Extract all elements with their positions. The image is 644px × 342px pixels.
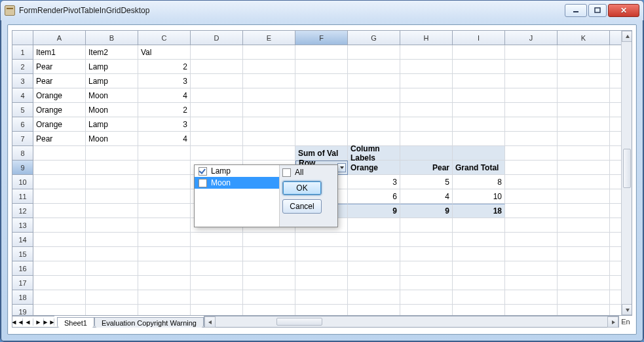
cell[interactable]: [505, 261, 558, 276]
scroll-down-icon[interactable]: [622, 304, 632, 315]
cell[interactable]: [453, 88, 505, 103]
cell[interactable]: [348, 60, 400, 74]
dropdown-icon[interactable]: [337, 163, 346, 172]
scroll-up-icon[interactable]: [622, 31, 632, 42]
cell[interactable]: [243, 88, 295, 103]
row-header-5[interactable]: 5: [12, 103, 33, 117]
cell[interactable]: [33, 247, 86, 261]
cell[interactable]: [191, 60, 243, 74]
cell[interactable]: [295, 74, 348, 88]
filter-item-moon[interactable]: Moon: [195, 177, 279, 189]
cell[interactable]: [295, 117, 348, 132]
cell[interactable]: [558, 88, 610, 103]
cell[interactable]: [86, 261, 138, 276]
cell[interactable]: [400, 88, 453, 103]
cell[interactable]: [558, 247, 610, 261]
cell[interactable]: [453, 261, 505, 276]
cell[interactable]: [86, 276, 138, 290]
sheet-nav[interactable]: ◄◄ ◄ ► ►►: [12, 316, 54, 328]
cell[interactable]: [400, 276, 453, 290]
cell[interactable]: [295, 132, 348, 146]
cell[interactable]: [33, 233, 86, 247]
cell[interactable]: Orange: [33, 88, 86, 103]
cell[interactable]: [558, 45, 610, 60]
cell[interactable]: [453, 45, 505, 60]
cell[interactable]: [505, 60, 558, 74]
cell[interactable]: [191, 146, 243, 161]
cell[interactable]: [295, 247, 348, 261]
cell[interactable]: [138, 261, 191, 276]
cell[interactable]: [138, 276, 191, 290]
cell[interactable]: [453, 103, 505, 117]
pivot-col-orange[interactable]: Orange: [348, 161, 400, 175]
cell[interactable]: [243, 103, 295, 117]
cell[interactable]: [33, 261, 86, 276]
cell[interactable]: [505, 132, 558, 146]
cell[interactable]: [558, 60, 610, 74]
cell[interactable]: [243, 45, 295, 60]
cell[interactable]: 2: [138, 60, 191, 74]
cell[interactable]: [505, 233, 558, 247]
cell[interactable]: [33, 146, 86, 161]
row-header-17[interactable]: 17: [12, 276, 33, 290]
cell[interactable]: [86, 204, 138, 218]
cell[interactable]: [558, 161, 610, 175]
cell[interactable]: [33, 218, 86, 233]
row-header-15[interactable]: 15: [12, 247, 33, 261]
row-header-4[interactable]: 4: [12, 88, 33, 103]
cell[interactable]: Lamp: [86, 60, 138, 74]
cell[interactable]: [558, 175, 610, 189]
scroll-thumb[interactable]: [276, 318, 322, 326]
cell[interactable]: [348, 45, 400, 60]
cell[interactable]: [138, 189, 191, 204]
col-header-J[interactable]: J: [505, 31, 558, 45]
cell[interactable]: [453, 305, 505, 316]
cell[interactable]: [86, 218, 138, 233]
row-header-16[interactable]: 16: [12, 261, 33, 276]
cell[interactable]: [86, 189, 138, 204]
cell[interactable]: [348, 233, 400, 247]
cell[interactable]: 4: [138, 88, 191, 103]
cell[interactable]: 9: [400, 204, 453, 218]
cell[interactable]: [453, 290, 505, 305]
cell[interactable]: [400, 218, 453, 233]
titlebar[interactable]: FormRenderPivotTableInGridDesktop ✕: [1, 1, 643, 20]
cell[interactable]: [243, 117, 295, 132]
cell[interactable]: [86, 161, 138, 175]
scroll-thumb[interactable]: [623, 149, 631, 188]
cell[interactable]: Item1: [33, 45, 86, 60]
nav-first-icon[interactable]: ◄◄: [12, 318, 23, 326]
cell[interactable]: [191, 233, 243, 247]
cell[interactable]: [243, 74, 295, 88]
cancel-button[interactable]: Cancel: [282, 199, 322, 214]
checkbox-icon[interactable]: [199, 179, 207, 187]
row-header-13[interactable]: 13: [12, 218, 33, 233]
cell[interactable]: [348, 103, 400, 117]
cell[interactable]: [400, 247, 453, 261]
cell[interactable]: [400, 290, 453, 305]
col-header-H[interactable]: H: [400, 31, 453, 45]
minimize-button[interactable]: [565, 4, 587, 17]
cell[interactable]: [191, 103, 243, 117]
col-header-B[interactable]: B: [86, 31, 138, 45]
cell[interactable]: [453, 276, 505, 290]
row-header-10[interactable]: 10: [12, 175, 33, 189]
cell[interactable]: [86, 233, 138, 247]
cell[interactable]: [348, 247, 400, 261]
cell[interactable]: [400, 233, 453, 247]
cell[interactable]: Item2: [86, 45, 138, 60]
scroll-left-icon[interactable]: [204, 316, 216, 328]
cell[interactable]: [348, 261, 400, 276]
cell[interactable]: [348, 218, 400, 233]
cell[interactable]: [243, 146, 295, 161]
close-button[interactable]: ✕: [608, 4, 639, 17]
cell[interactable]: [505, 117, 558, 132]
cell[interactable]: [505, 74, 558, 88]
cell[interactable]: [243, 276, 295, 290]
cell[interactable]: Moon: [86, 132, 138, 146]
cell[interactable]: [558, 305, 610, 316]
cell[interactable]: [191, 74, 243, 88]
row-header-3[interactable]: 3: [12, 74, 33, 88]
cell[interactable]: [191, 276, 243, 290]
cell[interactable]: [348, 290, 400, 305]
